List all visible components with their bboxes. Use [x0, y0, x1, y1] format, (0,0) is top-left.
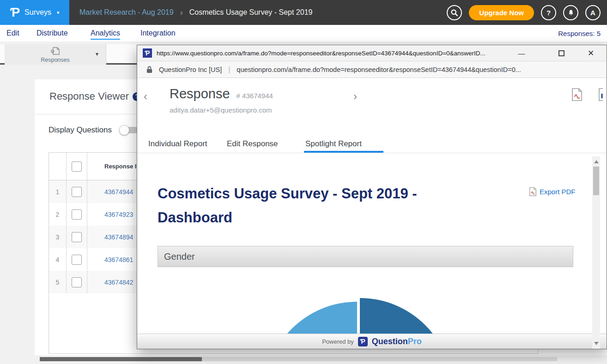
questionpro-favicon-icon: Ƥ — [143, 48, 152, 58]
question-mark-icon: ? — [546, 9, 551, 17]
tab-edit[interactable]: Edit — [6, 25, 19, 42]
export-doc-icon-button[interactable] — [599, 88, 603, 101]
row-checkbox[interactable] — [72, 232, 82, 242]
avatar-initial: A — [590, 9, 595, 17]
popup-window-title: https://www.questionpro.com/a/frame.do?m… — [157, 45, 508, 61]
gender-section-header: Gender — [158, 246, 573, 267]
responses-icon — [50, 46, 61, 55]
toolbar-caret-icon[interactable]: ▾ — [96, 51, 98, 57]
notifications-button[interactable] — [563, 5, 578, 20]
breadcrumb-current: Cosmetics Usage Survey - Sept 2019 — [189, 8, 313, 17]
responses-toolbar-label: Responses — [5, 57, 106, 63]
spotlight-report-body: Cosmetics Usage Survey - Sept 2019 - Das… — [137, 153, 607, 349]
powered-by-label: Powered by — [322, 338, 354, 345]
tab-individual-report[interactable]: Individual Report — [148, 134, 207, 153]
close-button[interactable]: ✕ — [582, 45, 600, 61]
security-url-bar: QuestionPro Inc [US] | questionpro.com/a… — [137, 61, 607, 78]
questionpro-logo-icon: Ƥ — [10, 6, 20, 19]
certificate-org: QuestionPro Inc [US] — [159, 66, 222, 73]
tab-edit-response[interactable]: Edit Response — [227, 134, 278, 153]
tab-spotlight-report[interactable]: Spotlight Report — [305, 134, 362, 153]
minimize-button[interactable]: — — [512, 45, 531, 61]
tab-integration[interactable]: Integration — [140, 25, 176, 42]
pie-slice-left — [265, 302, 357, 334]
account-avatar[interactable]: A — [585, 5, 601, 20]
pdf-file-icon — [572, 88, 582, 101]
response-id-link[interactable]: 43674861 — [104, 256, 133, 263]
screen: Ƥ Surveys ▾ Market Research - Aug 2019 ›… — [0, 0, 607, 364]
popup-content: ‹ Response # 43674944 › aditya.datar+5@q… — [137, 78, 607, 349]
securitybar-divider: | — [228, 66, 230, 74]
tab-distribute[interactable]: Distribute — [36, 25, 68, 42]
response-title: Response — [170, 86, 230, 101]
search-icon — [450, 9, 458, 17]
row-number: 3 — [49, 226, 67, 248]
search-button[interactable] — [447, 5, 462, 20]
brand-pro: Pro — [408, 337, 422, 346]
response-editor-popup-window: Ƥ https://www.questionpro.com/a/frame.do… — [137, 45, 607, 349]
surveys-dropdown[interactable]: Ƥ Surveys ▾ — [0, 0, 69, 25]
row-checkbox[interactable] — [72, 255, 82, 265]
display-questions-row: Display Questions — [49, 125, 139, 135]
header-actions: Upgrade Now ? A — [447, 0, 601, 25]
popup-title-bar[interactable]: Ƥ https://www.questionpro.com/a/frame.do… — [137, 45, 607, 61]
survey-nav-bar: Edit Distribute Analytics Integration Re… — [0, 25, 607, 42]
row-checkbox[interactable] — [72, 209, 82, 220]
popup-vertical-scrollbar[interactable] — [592, 156, 600, 349]
report-title: Cosmetics Usage Survey - Sept 2019 - Das… — [158, 182, 449, 230]
export-pdf-label: Export PDF — [540, 188, 576, 196]
brand-question: Question — [372, 337, 408, 346]
response-id-header-label: Response ID — [104, 163, 141, 170]
help-button[interactable]: ? — [541, 5, 556, 20]
row-number-header — [49, 153, 67, 180]
scroll-up-arrow-icon[interactable] — [594, 160, 599, 163]
maximize-button[interactable] — [552, 45, 571, 61]
maximize-icon — [558, 50, 565, 56]
export-pdf-icon-button[interactable] — [572, 88, 582, 101]
row-number: 4 — [49, 248, 67, 271]
surveys-label: Surveys — [24, 8, 51, 17]
doc-file-icon — [599, 88, 603, 101]
row-number: 2 — [49, 203, 67, 226]
row-number: 1 — [49, 180, 67, 203]
previous-response-button[interactable]: ‹ — [144, 91, 147, 102]
top-header-bar: Ƥ Surveys ▾ Market Research - Aug 2019 ›… — [0, 0, 607, 25]
row-checkbox[interactable] — [72, 187, 82, 197]
gender-chart-panel: Gender — [158, 246, 573, 334]
questionpro-brand-link[interactable]: QuestionPro — [372, 337, 422, 346]
chevron-down-icon: ▾ — [57, 10, 60, 16]
response-id-value: # 43674944 — [237, 92, 273, 100]
response-id-link[interactable]: 43674894 — [104, 233, 133, 241]
page-title: Response Viewer — [49, 90, 129, 102]
breadcrumb-separator-icon: › — [180, 8, 183, 18]
response-id-link[interactable]: 43674944 — [104, 188, 133, 196]
toggle-knob — [119, 125, 129, 135]
horizontal-scrollbar-thumb[interactable] — [40, 357, 202, 361]
active-tab-underline — [304, 151, 383, 153]
breadcrumb-parent-link[interactable]: Market Research - Aug 2019 — [79, 8, 174, 17]
questionpro-footer-logo-icon[interactable]: Ƥ — [358, 337, 368, 346]
select-all-checkbox[interactable] — [72, 161, 82, 172]
responses-toolbar-button[interactable]: Responses ▾ — [5, 44, 106, 65]
scroll-down-arrow-icon[interactable] — [594, 342, 599, 345]
next-response-button[interactable]: › — [353, 91, 357, 102]
powered-by-footer: Powered by Ƥ QuestionPro — [137, 334, 607, 349]
horizontal-scrollbar[interactable] — [40, 357, 557, 361]
vertical-scrollbar-thumb[interactable] — [593, 167, 599, 195]
row-checkbox[interactable] — [72, 277, 82, 287]
display-questions-toggle[interactable] — [120, 127, 139, 133]
display-questions-label: Display Questions — [49, 125, 112, 135]
breadcrumb: Market Research - Aug 2019 › Cosmetics U… — [79, 0, 312, 25]
tab-analytics[interactable]: Analytics — [91, 25, 120, 42]
gender-chart-area — [158, 267, 573, 334]
response-title-row: Response # 43674944 — [170, 86, 273, 101]
response-id-link[interactable]: 43674923 — [104, 211, 133, 218]
bell-icon — [567, 9, 575, 17]
report-tabs: Individual Report Edit Response Spotligh… — [137, 134, 607, 153]
upgrade-now-button[interactable]: Upgrade Now — [469, 5, 534, 20]
export-pdf-link[interactable]: Export PDF — [529, 187, 576, 196]
pie-slice-right — [360, 298, 452, 334]
viewer-title-row: Response Viewer ? — [49, 90, 141, 102]
response-id-link[interactable]: 43674842 — [104, 279, 133, 286]
lock-icon — [146, 66, 152, 73]
